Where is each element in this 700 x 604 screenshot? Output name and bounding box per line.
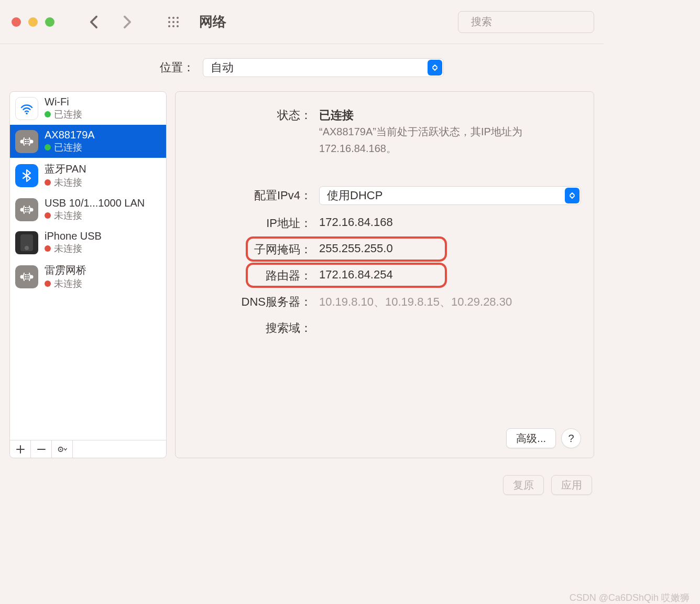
sidebar: Wi-Fi 已连接 AX88179A xyxy=(9,91,167,458)
window-controls xyxy=(12,17,54,27)
zoom-window-button[interactable] xyxy=(45,17,54,27)
service-status: 已连接 xyxy=(45,108,82,121)
subnet-highlight xyxy=(246,236,447,262)
remove-service-button[interactable] xyxy=(31,440,52,458)
svg-point-8 xyxy=(177,25,179,27)
iphone-icon xyxy=(15,231,38,254)
service-name: USB 10/1...1000 LAN xyxy=(45,197,145,209)
svg-point-2 xyxy=(177,17,179,19)
svg-point-11 xyxy=(26,112,28,114)
add-service-button[interactable] xyxy=(10,440,31,458)
svg-point-6 xyxy=(168,25,170,27)
service-status: 已连接 xyxy=(45,141,95,154)
gear-dropdown-icon xyxy=(57,444,68,455)
service-iphone-usb[interactable]: iPhone USB 未连接 xyxy=(10,226,166,259)
service-status: 未连接 xyxy=(45,209,145,222)
minimize-window-button[interactable] xyxy=(28,17,38,27)
domain-label: 搜索域： xyxy=(188,318,319,336)
status-label: 状态： xyxy=(188,105,319,123)
wifi-icon xyxy=(15,97,38,120)
ethernet-icon xyxy=(15,198,38,221)
ipv4-value: 使用DHCP xyxy=(327,188,382,203)
service-actions-button[interactable] xyxy=(52,440,73,458)
close-window-button[interactable] xyxy=(12,17,21,27)
sidebar-footer xyxy=(10,440,166,458)
status-dot-icon xyxy=(45,111,51,117)
service-name: 雷雳网桥 xyxy=(45,263,86,277)
dns-label: DNS服务器： xyxy=(188,292,319,310)
service-usb-lan[interactable]: USB 10/1...1000 LAN 未连接 xyxy=(10,193,166,226)
svg-point-3 xyxy=(168,21,170,23)
bluetooth-icon xyxy=(15,164,38,187)
apply-button[interactable]: 应用 xyxy=(551,475,592,495)
ip-value: 172.16.84.168 xyxy=(319,213,581,229)
back-button[interactable] xyxy=(84,12,104,32)
window-title: 网络 xyxy=(199,13,458,31)
status-value: 已连接 xyxy=(319,105,581,123)
forward-button[interactable] xyxy=(117,12,137,32)
chevron-left-icon xyxy=(90,15,98,29)
ethernet-icon xyxy=(15,265,38,288)
dropdown-arrows-icon xyxy=(565,188,579,203)
ip-label: IP地址： xyxy=(188,213,319,231)
status-dot-icon xyxy=(45,179,51,186)
svg-point-1 xyxy=(172,17,174,19)
service-thunderbolt-bridge[interactable]: 雷雳网桥 未连接 xyxy=(10,259,166,294)
ethernet-icon xyxy=(15,130,38,153)
service-bluetooth-pan[interactable]: 蓝牙PAN 未连接 xyxy=(10,158,166,193)
dropdown-arrows-icon xyxy=(428,60,442,76)
location-dropdown[interactable]: 自动 xyxy=(203,58,444,77)
location-value: 自动 xyxy=(211,60,234,76)
domain-value xyxy=(319,318,581,320)
location-label: 位置： xyxy=(160,60,194,76)
dns-value: 10.19.8.10、10.19.8.15、10.29.28.30 xyxy=(319,292,581,310)
service-name: AX88179A xyxy=(45,129,95,141)
status-dot-icon xyxy=(45,281,51,287)
status-desc: “AX88179A”当前处于活跃状态，其IP地址为172.16.84.168。 xyxy=(319,123,544,157)
service-ax88179a[interactable]: AX88179A 已连接 xyxy=(10,125,166,158)
help-button[interactable]: ? xyxy=(561,428,581,448)
plus-icon xyxy=(15,444,26,455)
service-status: 未连接 xyxy=(45,242,102,255)
search-field[interactable] xyxy=(458,11,594,33)
revert-button[interactable]: 复原 xyxy=(503,475,544,495)
service-list: Wi-Fi 已连接 AX88179A xyxy=(10,92,166,440)
svg-point-4 xyxy=(172,21,174,23)
router-highlight xyxy=(246,263,447,288)
bottom-bar: 复原 应用 xyxy=(0,468,604,502)
grid-icon xyxy=(168,16,179,28)
service-name: iPhone USB xyxy=(45,230,102,242)
show-all-button[interactable] xyxy=(163,12,183,32)
svg-point-0 xyxy=(168,17,170,19)
main-panel: 状态： 已连接 “AX88179A”当前处于活跃状态，其IP地址为172.16.… xyxy=(175,91,594,458)
status-dot-icon xyxy=(45,144,51,150)
ipv4-dropdown[interactable]: 使用DHCP xyxy=(319,186,581,205)
service-wifi[interactable]: Wi-Fi 已连接 xyxy=(10,92,166,125)
ipv4-label: 配置IPv4： xyxy=(188,188,319,203)
service-name: 蓝牙PAN xyxy=(45,162,86,176)
svg-point-7 xyxy=(172,25,174,27)
toolbar: 网络 xyxy=(0,0,604,44)
watermark: CSDN @Ca6DShQih 哎嫩狮 xyxy=(91,591,695,604)
svg-point-19 xyxy=(60,448,61,450)
status-dot-icon xyxy=(45,245,51,252)
search-input[interactable] xyxy=(470,15,605,28)
location-row: 位置： 自动 xyxy=(0,44,604,91)
service-status: 未连接 xyxy=(45,277,86,290)
service-status: 未连接 xyxy=(45,176,86,189)
chevron-right-icon xyxy=(123,15,132,29)
svg-point-5 xyxy=(177,21,179,23)
advanced-button[interactable]: 高级... xyxy=(506,428,556,448)
status-dot-icon xyxy=(45,212,51,219)
service-name: Wi-Fi xyxy=(45,96,82,108)
minus-icon xyxy=(36,444,47,455)
